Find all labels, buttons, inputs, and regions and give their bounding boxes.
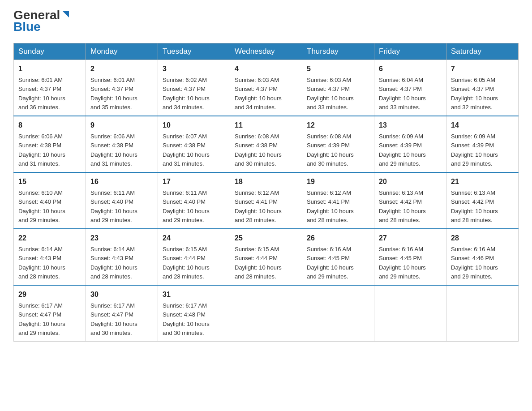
calendar-cell <box>230 285 302 342</box>
calendar-cell: 4 Sunrise: 6:03 AMSunset: 4:37 PMDayligh… <box>230 60 302 116</box>
calendar-cell: 29 Sunrise: 6:17 AMSunset: 4:47 PMDaylig… <box>14 285 86 342</box>
day-info: Sunrise: 6:01 AMSunset: 4:37 PMDaylight:… <box>90 77 137 111</box>
calendar-week-row: 29 Sunrise: 6:17 AMSunset: 4:47 PMDaylig… <box>14 285 519 342</box>
calendar-cell: 25 Sunrise: 6:15 AMSunset: 4:44 PMDaylig… <box>230 229 302 285</box>
day-info: Sunrise: 6:08 AMSunset: 4:39 PMDaylight:… <box>307 133 354 167</box>
day-number: 11 <box>235 120 297 131</box>
calendar-cell: 2 Sunrise: 6:01 AMSunset: 4:37 PMDayligh… <box>86 60 158 116</box>
day-number: 4 <box>235 64 297 74</box>
day-number: 31 <box>163 289 225 300</box>
day-info: Sunrise: 6:02 AMSunset: 4:37 PMDaylight:… <box>163 77 210 111</box>
day-number: 19 <box>307 176 369 187</box>
calendar-cell: 9 Sunrise: 6:06 AMSunset: 4:38 PMDayligh… <box>86 116 158 172</box>
calendar-week-row: 22 Sunrise: 6:14 AMSunset: 4:43 PMDaylig… <box>14 229 519 285</box>
day-number: 16 <box>90 176 153 187</box>
weekday-header-friday: Friday <box>374 43 446 60</box>
calendar-cell: 28 Sunrise: 6:16 AMSunset: 4:46 PMDaylig… <box>446 229 519 285</box>
calendar-cell: 13 Sunrise: 6:09 AMSunset: 4:39 PMDaylig… <box>374 116 446 172</box>
weekday-header-row: SundayMondayTuesdayWednesdayThursdayFrid… <box>14 43 519 60</box>
weekday-header-sunday: Sunday <box>14 43 86 60</box>
day-info: Sunrise: 6:16 AMSunset: 4:45 PMDaylight:… <box>379 246 426 280</box>
calendar-cell: 14 Sunrise: 6:09 AMSunset: 4:39 PMDaylig… <box>446 116 519 172</box>
day-number: 2 <box>90 64 153 74</box>
calendar-cell: 20 Sunrise: 6:13 AMSunset: 4:42 PMDaylig… <box>374 172 446 229</box>
calendar-cell: 31 Sunrise: 6:17 AMSunset: 4:48 PMDaylig… <box>158 285 230 342</box>
day-number: 25 <box>235 233 297 244</box>
day-number: 12 <box>307 120 369 131</box>
logo-arrow-icon <box>61 9 71 19</box>
day-number: 27 <box>379 233 442 244</box>
day-info: Sunrise: 6:06 AMSunset: 4:38 PMDaylight:… <box>90 133 137 167</box>
day-number: 29 <box>18 289 81 300</box>
day-number: 8 <box>18 120 81 131</box>
day-info: Sunrise: 6:11 AMSunset: 4:40 PMDaylight:… <box>90 189 137 223</box>
weekday-header-monday: Monday <box>86 43 158 60</box>
calendar-cell: 21 Sunrise: 6:13 AMSunset: 4:42 PMDaylig… <box>446 172 519 229</box>
logo: General Blue <box>13 9 71 34</box>
day-info: Sunrise: 6:05 AMSunset: 4:37 PMDaylight:… <box>451 77 498 111</box>
day-info: Sunrise: 6:16 AMSunset: 4:46 PMDaylight:… <box>451 246 498 280</box>
calendar-cell: 11 Sunrise: 6:08 AMSunset: 4:38 PMDaylig… <box>230 116 302 172</box>
day-number: 14 <box>451 120 514 131</box>
day-number: 26 <box>307 233 369 244</box>
calendar-cell: 10 Sunrise: 6:07 AMSunset: 4:38 PMDaylig… <box>158 116 230 172</box>
calendar-cell: 23 Sunrise: 6:14 AMSunset: 4:43 PMDaylig… <box>86 229 158 285</box>
day-number: 24 <box>163 233 225 244</box>
calendar-cell <box>302 285 374 342</box>
day-info: Sunrise: 6:13 AMSunset: 4:42 PMDaylight:… <box>379 189 426 223</box>
calendar-week-row: 8 Sunrise: 6:06 AMSunset: 4:38 PMDayligh… <box>14 116 519 172</box>
calendar-cell: 19 Sunrise: 6:12 AMSunset: 4:41 PMDaylig… <box>302 172 374 229</box>
calendar-cell: 12 Sunrise: 6:08 AMSunset: 4:39 PMDaylig… <box>302 116 374 172</box>
svg-marker-0 <box>63 11 69 17</box>
calendar-cell <box>446 285 519 342</box>
day-number: 23 <box>90 233 153 244</box>
day-info: Sunrise: 6:06 AMSunset: 4:38 PMDaylight:… <box>18 133 65 167</box>
calendar-cell: 6 Sunrise: 6:04 AMSunset: 4:37 PMDayligh… <box>374 60 446 116</box>
calendar-cell: 3 Sunrise: 6:02 AMSunset: 4:37 PMDayligh… <box>158 60 230 116</box>
calendar-cell: 27 Sunrise: 6:16 AMSunset: 4:45 PMDaylig… <box>374 229 446 285</box>
day-info: Sunrise: 6:15 AMSunset: 4:44 PMDaylight:… <box>163 246 210 280</box>
day-info: Sunrise: 6:17 AMSunset: 4:47 PMDaylight:… <box>18 302 65 336</box>
weekday-header-thursday: Thursday <box>302 43 374 60</box>
calendar-cell: 8 Sunrise: 6:06 AMSunset: 4:38 PMDayligh… <box>14 116 86 172</box>
day-info: Sunrise: 6:17 AMSunset: 4:48 PMDaylight:… <box>163 302 210 336</box>
calendar-week-row: 15 Sunrise: 6:10 AMSunset: 4:40 PMDaylig… <box>14 172 519 229</box>
day-info: Sunrise: 6:04 AMSunset: 4:37 PMDaylight:… <box>379 77 426 111</box>
day-info: Sunrise: 6:10 AMSunset: 4:40 PMDaylight:… <box>18 189 65 223</box>
calendar-cell: 17 Sunrise: 6:11 AMSunset: 4:40 PMDaylig… <box>158 172 230 229</box>
day-info: Sunrise: 6:07 AMSunset: 4:38 PMDaylight:… <box>163 133 210 167</box>
day-number: 13 <box>379 120 442 131</box>
day-info: Sunrise: 6:14 AMSunset: 4:43 PMDaylight:… <box>90 246 137 280</box>
day-info: Sunrise: 6:11 AMSunset: 4:40 PMDaylight:… <box>163 189 210 223</box>
calendar-cell: 26 Sunrise: 6:16 AMSunset: 4:45 PMDaylig… <box>302 229 374 285</box>
day-number: 20 <box>379 176 442 187</box>
day-number: 21 <box>451 176 514 187</box>
day-number: 30 <box>90 289 153 300</box>
day-info: Sunrise: 6:03 AMSunset: 4:37 PMDaylight:… <box>235 77 282 111</box>
day-number: 10 <box>163 120 225 131</box>
weekday-header-saturday: Saturday <box>446 43 519 60</box>
calendar-cell: 24 Sunrise: 6:15 AMSunset: 4:44 PMDaylig… <box>158 229 230 285</box>
calendar-cell: 16 Sunrise: 6:11 AMSunset: 4:40 PMDaylig… <box>86 172 158 229</box>
day-info: Sunrise: 6:12 AMSunset: 4:41 PMDaylight:… <box>307 189 354 223</box>
calendar-cell <box>374 285 446 342</box>
day-number: 28 <box>451 233 514 244</box>
calendar-week-row: 1 Sunrise: 6:01 AMSunset: 4:37 PMDayligh… <box>14 60 519 116</box>
day-info: Sunrise: 6:09 AMSunset: 4:39 PMDaylight:… <box>451 133 498 167</box>
day-info: Sunrise: 6:09 AMSunset: 4:39 PMDaylight:… <box>379 133 426 167</box>
weekday-header-wednesday: Wednesday <box>230 43 302 60</box>
day-number: 7 <box>451 64 514 74</box>
calendar-cell: 22 Sunrise: 6:14 AMSunset: 4:43 PMDaylig… <box>14 229 86 285</box>
page-header: General Blue <box>13 9 519 34</box>
day-info: Sunrise: 6:01 AMSunset: 4:37 PMDaylight:… <box>18 77 65 111</box>
day-info: Sunrise: 6:03 AMSunset: 4:37 PMDaylight:… <box>307 77 354 111</box>
day-number: 9 <box>90 120 153 131</box>
calendar-cell: 7 Sunrise: 6:05 AMSunset: 4:37 PMDayligh… <box>446 60 519 116</box>
day-number: 6 <box>379 64 442 74</box>
day-info: Sunrise: 6:15 AMSunset: 4:44 PMDaylight:… <box>235 246 282 280</box>
day-info: Sunrise: 6:08 AMSunset: 4:38 PMDaylight:… <box>235 133 282 167</box>
day-info: Sunrise: 6:14 AMSunset: 4:43 PMDaylight:… <box>18 246 65 280</box>
calendar-table: SundayMondayTuesdayWednesdayThursdayFrid… <box>13 43 519 342</box>
day-info: Sunrise: 6:16 AMSunset: 4:45 PMDaylight:… <box>307 246 354 280</box>
weekday-header-tuesday: Tuesday <box>158 43 230 60</box>
